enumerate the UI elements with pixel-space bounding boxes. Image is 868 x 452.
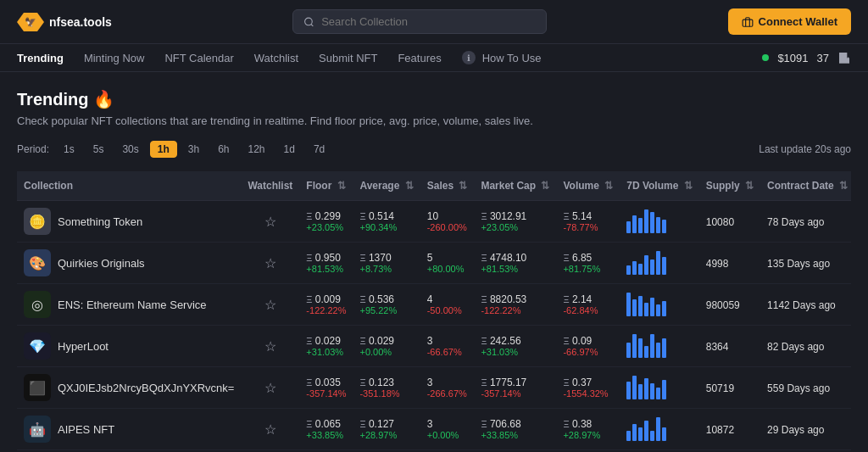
period-6h[interactable]: 6h — [210, 141, 236, 158]
logo-text: nfsea.tools — [49, 15, 112, 29]
nav-minting-now[interactable]: Minting Now — [84, 52, 145, 64]
period-3h[interactable]: 3h — [181, 141, 207, 158]
th-market-cap[interactable]: Market Cap ⇅ — [474, 171, 556, 201]
cell-market-cap: Ξ 8820.53 -122.22% — [474, 284, 556, 326]
table-row: 🪙 Something Token ☆ Ξ 0.299 +23.05% Ξ 0.… — [17, 201, 851, 243]
nft-thumbnail: 💎 — [24, 332, 51, 360]
table-row: 💎 HyperLoot ☆ Ξ 0.029 +31.03% Ξ 0.029 +0… — [17, 326, 851, 367]
cell-supply: 50719 — [699, 367, 760, 409]
cell-floor: Ξ 0.029 +31.03% — [299, 326, 353, 367]
period-1d[interactable]: 1d — [276, 141, 303, 158]
cell-volume: Ξ 0.09 -66.97% — [556, 326, 620, 367]
watchlist-star[interactable]: ☆ — [264, 381, 276, 395]
cell-market-cap: Ξ 706.68 +33.85% — [474, 409, 556, 450]
table-row: ◎ ENS: Ethereum Name Service ☆ Ξ 0.009 -… — [17, 284, 851, 326]
cell-7d-volume — [620, 243, 698, 284]
watchlist-star[interactable]: ☆ — [264, 339, 276, 354]
period-1h[interactable]: 1h — [150, 141, 177, 158]
nav-features[interactable]: Features — [398, 52, 441, 64]
nft-thumbnail: ◎ — [24, 291, 51, 318]
mcap-change: -357.14% — [481, 388, 549, 399]
nav-nft-calendar[interactable]: NFT Calendar — [164, 52, 233, 64]
nft-name: HyperLoot — [58, 340, 108, 353]
cell-sales: 5 +80.00% — [420, 243, 475, 284]
period-30s[interactable]: 30s — [114, 141, 146, 158]
cell-floor: Ξ 0.009 -122.22% — [299, 284, 353, 326]
avg-change: +8.73% — [359, 264, 413, 274]
th-average[interactable]: Average ⇅ — [353, 171, 420, 201]
cell-collection: 🎨 Quirkies Originals — [17, 243, 241, 284]
nav: Trending Minting Now NFT Calendar Watchl… — [0, 44, 868, 72]
vol-value: Ξ 6.85 — [563, 252, 613, 264]
cell-supply: 980059 — [699, 284, 760, 326]
wallet-icon — [742, 16, 754, 28]
floor-value: Ξ 0.950 — [306, 252, 346, 264]
cell-sales: 10 -260.00% — [420, 201, 475, 243]
mcap-change: +81.53% — [481, 264, 549, 274]
search-bar[interactable] — [292, 9, 547, 34]
last-update: Last update 20s ago — [759, 143, 851, 155]
cell-floor: Ξ 0.035 -357.14% — [299, 367, 353, 409]
avg-change: +28.97% — [359, 430, 413, 440]
supply-value: 50719 — [706, 382, 734, 394]
gas-amount: 37 — [817, 52, 829, 64]
th-sales[interactable]: Sales ⇅ — [420, 171, 475, 201]
watchlist-star[interactable]: ☆ — [264, 422, 276, 437]
svg-rect-4 — [842, 55, 845, 58]
sales-change: -266.67% — [427, 388, 468, 399]
floor-change: -122.22% — [306, 305, 346, 315]
cell-watchlist: ☆ — [241, 243, 299, 284]
period-12h[interactable]: 12h — [241, 141, 273, 158]
mcap-value: Ξ 242.56 — [481, 335, 549, 347]
floor-change: -357.14% — [306, 388, 346, 399]
th-floor[interactable]: Floor ⇅ — [299, 171, 353, 201]
cell-sales: 4 -50.00% — [420, 284, 475, 326]
page-subtitle: Check popular NFT collections that are t… — [17, 114, 851, 127]
avg-change: -351.18% — [359, 388, 413, 399]
nav-watchlist[interactable]: Watchlist — [254, 52, 298, 64]
cell-contract-date: 82 Days ago — [760, 326, 851, 367]
cell-watchlist: ☆ — [241, 284, 299, 326]
mini-chart — [626, 293, 692, 316]
connect-wallet-button[interactable]: Connect Wallet — [728, 8, 851, 35]
nft-thumbnail: 🪙 — [24, 208, 51, 235]
th-supply[interactable]: Supply ⇅ — [699, 171, 760, 201]
contract-date: 78 Days ago — [767, 216, 824, 228]
th-7d-volume[interactable]: 7D Volume ⇅ — [620, 171, 698, 201]
period-5s[interactable]: 5s — [86, 141, 112, 158]
supply-value: 10872 — [706, 424, 734, 436]
cell-7d-volume — [620, 367, 698, 409]
mini-chart — [626, 417, 692, 441]
sales-change: -260.00% — [427, 222, 468, 232]
nav-trending[interactable]: Trending — [17, 52, 64, 64]
mcap-value: Ξ 1775.17 — [481, 377, 549, 388]
cell-contract-date: 78 Days ago — [760, 201, 851, 243]
logo: 🦅 nfsea.tools — [17, 13, 112, 31]
page-title: Trending 🔥 — [17, 89, 851, 109]
th-volume[interactable]: Volume ⇅ — [556, 171, 620, 201]
vol-value: Ξ 0.09 — [563, 335, 613, 347]
vol-value: Ξ 0.37 — [563, 377, 613, 388]
content: Trending 🔥 Check popular NFT collections… — [0, 72, 868, 452]
cell-contract-date: 1142 Days ago — [760, 284, 851, 326]
gas-icon — [837, 51, 851, 64]
th-collection[interactable]: Collection — [17, 171, 241, 201]
avg-value: Ξ 0.536 — [359, 293, 413, 305]
search-input[interactable] — [321, 15, 536, 28]
nav-how-to-use[interactable]: ℹHow To Use — [462, 51, 542, 64]
th-contract-date[interactable]: Contract Date ⇅ — [760, 171, 851, 201]
table-body: 🪙 Something Token ☆ Ξ 0.299 +23.05% Ξ 0.… — [17, 201, 851, 453]
watchlist-star[interactable]: ☆ — [264, 298, 276, 312]
nav-submit-nft[interactable]: Submit NFT — [319, 52, 377, 64]
vol-change: +28.97% — [563, 430, 613, 440]
period-7d[interactable]: 7d — [306, 141, 332, 158]
period-buttons: 1s 5s 30s 1h 3h 6h 12h 1d 7d — [56, 141, 332, 158]
period-1s[interactable]: 1s — [56, 141, 82, 158]
table-wrap: Collection Watchlist Floor ⇅ Average ⇅ S… — [17, 171, 851, 452]
watchlist-star[interactable]: ☆ — [264, 256, 276, 271]
watchlist-star[interactable]: ☆ — [264, 215, 276, 229]
cell-contract-date: 29 Days ago — [760, 409, 851, 450]
cell-volume: Ξ 5.14 -78.77% — [556, 201, 620, 243]
contract-date: 82 Days ago — [767, 341, 824, 353]
th-watchlist[interactable]: Watchlist — [241, 171, 299, 201]
